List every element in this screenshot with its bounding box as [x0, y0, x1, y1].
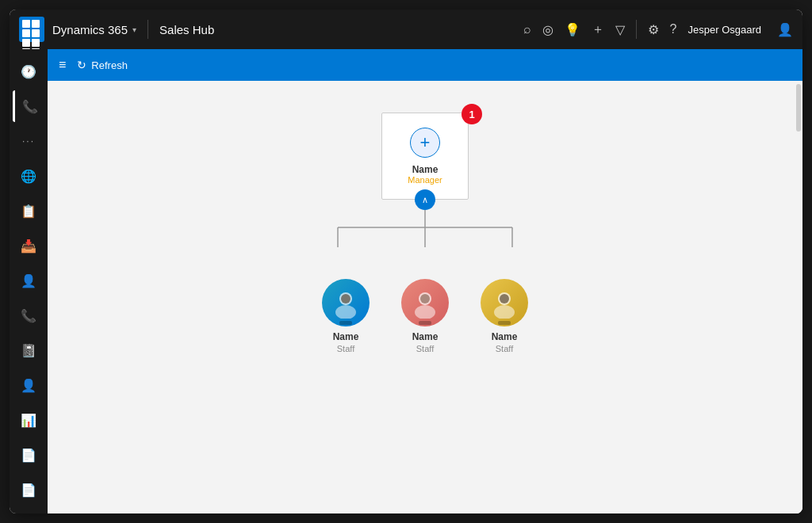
refresh-icon: ↻	[77, 59, 86, 71]
org-chart-wrapper: + Name Manager 1 ∧	[63, 97, 787, 353]
toolbar: ≡ ↻ Refresh	[48, 49, 802, 81]
sidebar-item-calls[interactable]: 📞	[13, 300, 44, 331]
staff-role-3: Staff	[496, 344, 513, 353]
staff-node-3[interactable]: Name Staff	[481, 279, 528, 353]
sidebar-item-docs2[interactable]: 📄	[13, 474, 44, 506]
docs2-icon: 📄	[21, 483, 36, 498]
sidebar-item-phone[interactable]: 📞	[13, 90, 44, 122]
top-bar: Dynamics 365 ▾ Sales Hub ⌕ ◎ 💡 ＋ ▽ ⚙ ? J…	[10, 10, 802, 49]
expand-button[interactable]: ∧	[415, 189, 435, 210]
module-name: Sales Hub	[159, 23, 214, 36]
add-icon: +	[420, 132, 431, 153]
sidebar-item-recent[interactable]: 🕐	[13, 55, 44, 87]
manager-name: Name	[412, 164, 439, 175]
staff-avatar-1	[322, 279, 370, 326]
settings-icon[interactable]: ⚙	[648, 22, 659, 37]
user-avatar-icon[interactable]: 👤	[777, 22, 793, 37]
sidebar-item-reports[interactable]: 📊	[13, 404, 44, 436]
help-icon[interactable]: ?	[670, 22, 677, 36]
expand-icon: ∧	[422, 195, 428, 205]
svg-point-7	[341, 294, 350, 303]
more-icon: ···	[22, 136, 35, 147]
person-icon: 👤	[21, 273, 36, 288]
staff-avatar-3	[481, 279, 528, 326]
staff-minus-2	[419, 321, 431, 325]
notification-badge: 1	[462, 104, 482, 124]
staff-minus-1	[339, 321, 352, 325]
user-name: Jesper Osgaard	[688, 24, 762, 36]
add-manager-button[interactable]: +	[410, 128, 440, 158]
topbar-right-divider	[636, 20, 637, 39]
docs-icon: 📄	[21, 448, 36, 463]
svg-point-10	[420, 294, 430, 303]
recent-icon: 🕐	[21, 64, 36, 79]
staff-name-3: Name	[492, 331, 518, 342]
staff-avatar-svg-3	[488, 287, 520, 319]
staff-name-2: Name	[412, 331, 439, 342]
staff-role-2: Staff	[416, 344, 434, 353]
tasks-icon: 📋	[21, 204, 36, 219]
svg-point-12	[494, 305, 515, 319]
sidebar-item-person[interactable]: 👤	[13, 265, 44, 296]
content-area: 🕐 📞 ··· 🌐 📋 📥 👤 📞	[10, 49, 802, 513]
tree-lines-svg	[298, 208, 552, 247]
manager-role: Manager	[408, 175, 442, 185]
main-panel: ≡ ↻ Refresh + Name M	[48, 49, 802, 513]
app-dropdown-icon[interactable]: ▾	[132, 25, 136, 34]
target-icon[interactable]: ◎	[542, 22, 553, 37]
sidebar-item-person2[interactable]: 👤	[13, 369, 44, 401]
manager-row: + Name Manager 1 ∧	[381, 113, 469, 200]
svg-point-6	[335, 305, 356, 319]
staff-node-2[interactable]: Name Staff	[401, 279, 449, 353]
app-frame: Dynamics 365 ▾ Sales Hub ⌕ ◎ 💡 ＋ ▽ ⚙ ? J…	[10, 10, 802, 513]
sidebar-item-notebook[interactable]: 📓	[13, 334, 44, 366]
org-chart-area[interactable]: + Name Manager 1 ∧	[48, 81, 802, 513]
search-icon[interactable]: ⌕	[523, 22, 531, 36]
refresh-button[interactable]: ↻ Refresh	[77, 59, 128, 71]
topbar-divider	[147, 20, 148, 39]
sidebar-item-more[interactable]: ···	[13, 125, 44, 157]
phone-icon: 📞	[22, 99, 38, 114]
scroll-indicator	[796, 84, 801, 132]
staff-role-1: Staff	[337, 344, 354, 353]
sidebar-item-inbox[interactable]: 📥	[13, 230, 44, 262]
person2-icon: 👤	[21, 378, 36, 393]
calls-icon: 📞	[21, 308, 36, 323]
svg-point-13	[500, 294, 509, 303]
sidebar-item-globe[interactable]: 🌐	[13, 160, 44, 192]
notebook-icon: 📓	[21, 343, 36, 358]
filter-icon[interactable]: ▽	[615, 22, 625, 37]
staff-avatar-svg-2	[409, 287, 441, 319]
inbox-icon: 📥	[21, 239, 36, 254]
globe-icon: 🌐	[21, 169, 36, 184]
refresh-label: Refresh	[91, 59, 128, 71]
sidebar: 🕐 📞 ··· 🌐 📋 📥 👤 📞	[10, 49, 48, 513]
staff-avatar-2	[401, 279, 449, 326]
svg-point-9	[415, 305, 435, 319]
topbar-right: ⌕ ◎ 💡 ＋ ▽ ⚙ ? Jesper Osgaard 👤	[523, 20, 793, 39]
app-name: Dynamics 365	[52, 23, 128, 36]
staff-row: Name Staff	[322, 279, 528, 353]
waffle-icon[interactable]	[19, 17, 44, 42]
staff-avatar-svg-1	[330, 287, 362, 319]
menu-button[interactable]: ≡	[59, 58, 66, 72]
staff-node-1[interactable]: Name Staff	[322, 279, 370, 353]
staff-minus-3	[498, 321, 511, 325]
staff-section: Name Staff	[298, 200, 552, 353]
reports-icon: 📊	[21, 413, 36, 428]
manager-node[interactable]: + Name Manager 1 ∧	[381, 113, 469, 200]
sidebar-item-tasks[interactable]: 📋	[13, 195, 44, 227]
sidebar-item-docs[interactable]: 📄	[13, 439, 44, 471]
staff-name-1: Name	[333, 331, 359, 342]
add-icon[interactable]: ＋	[592, 21, 604, 38]
lightbulb-icon[interactable]: 💡	[565, 22, 580, 37]
